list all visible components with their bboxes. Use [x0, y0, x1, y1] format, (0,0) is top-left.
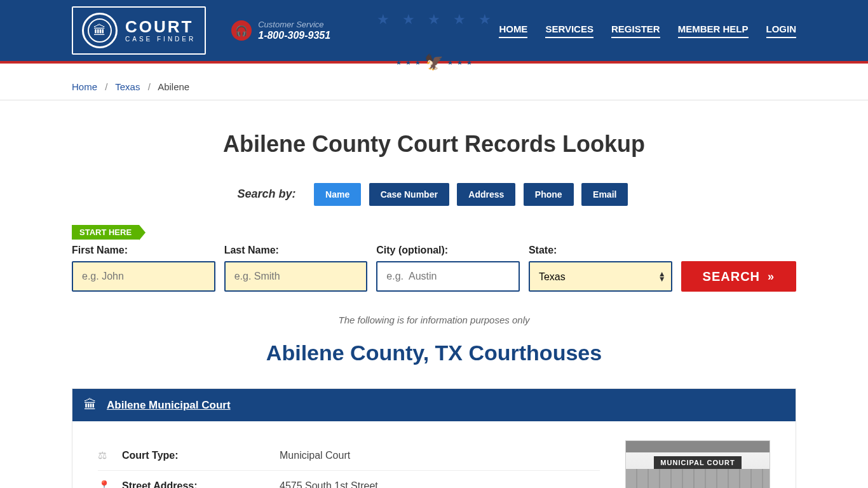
detail-row-type: ⚖ Court Type: Municipal Court: [98, 440, 600, 471]
star-icon: ★: [428, 11, 440, 28]
eagle-divider: ★ ★ ★ 🦅 ★ ★ ★: [0, 64, 868, 74]
detail-label: Street Address:: [122, 480, 268, 489]
building-sign-text: MUNICIPAL COURT: [654, 456, 741, 469]
star-icon: ★: [405, 59, 411, 66]
tab-phone[interactable]: Phone: [524, 183, 574, 206]
star-decoration: ★ ★ ★ ★ ★: [377, 11, 491, 28]
tab-case-number[interactable]: Case Number: [369, 183, 449, 206]
court-name-link[interactable]: Abilene Municipal Court: [107, 399, 231, 412]
court-image: MUNICIPAL COURT: [625, 440, 770, 488]
star-icon: ★: [447, 59, 453, 66]
search-button-label: SEARCH: [703, 269, 760, 284]
nav-register[interactable]: REGISTER: [611, 24, 660, 38]
star-icon: ★: [415, 59, 421, 66]
courthouses-title: Abilene County, TX Courthouses: [72, 341, 796, 365]
breadcrumb-current: Abilene: [158, 81, 189, 92]
city-input[interactable]: [376, 261, 520, 292]
detail-value: Municipal Court: [280, 450, 350, 461]
star-icon: ★: [478, 11, 491, 28]
page-title: Abilene County Court Records Lookup: [72, 131, 796, 158]
logo-seal-icon: 🏛: [82, 13, 118, 48]
nav-login[interactable]: LOGIN: [766, 24, 797, 38]
city-label: City (optional):: [376, 245, 520, 256]
headset-icon: 🎧: [231, 20, 252, 41]
nav-services[interactable]: SERVICES: [545, 24, 593, 38]
breadcrumb-separator: /: [105, 81, 107, 92]
logo-main-text: COURT: [125, 18, 196, 35]
detail-label: Court Type:: [122, 450, 268, 461]
main-nav: HOME SERVICES REGISTER MEMBER HELP LOGIN: [499, 24, 796, 38]
star-icon: ★: [402, 11, 415, 28]
star-icon: ★: [396, 59, 402, 66]
customer-service-box: 🎧 Customer Service 1-800-309-9351: [231, 20, 330, 42]
star-icon: ★: [466, 59, 472, 66]
eagle-icon: 🦅: [424, 53, 444, 71]
nav-home[interactable]: HOME: [499, 24, 527, 38]
search-by-label: Search by:: [238, 187, 296, 200]
first-name-label: First Name:: [72, 245, 215, 256]
cs-label: Customer Service: [258, 20, 330, 30]
tab-address[interactable]: Address: [457, 183, 515, 206]
pin-icon: 📍: [98, 480, 111, 488]
state-select[interactable]: Texas: [529, 261, 672, 292]
star-icon: ★: [453, 11, 466, 28]
detail-value: 4575 South 1st Street: [280, 480, 378, 489]
tab-name[interactable]: Name: [314, 183, 361, 206]
search-form: First Name: Last Name: City (optional): …: [72, 245, 796, 292]
court-details: ⚖ Court Type: Municipal Court 📍 Street A…: [98, 440, 600, 488]
first-name-input[interactable]: [72, 261, 215, 292]
chevron-right-icon: »: [768, 270, 775, 283]
star-icon: ★: [457, 59, 463, 66]
breadcrumb-separator: /: [148, 81, 151, 92]
site-logo[interactable]: 🏛 COURT CASE FINDER: [72, 6, 206, 55]
nav-member-help[interactable]: MEMBER HELP: [678, 24, 749, 38]
breadcrumb-home[interactable]: Home: [72, 81, 97, 92]
state-label: State:: [529, 245, 672, 256]
court-card: 🏛 Abilene Municipal Court ⚖ Court Type: …: [72, 388, 796, 488]
last-name-input[interactable]: [224, 261, 368, 292]
breadcrumb-state[interactable]: Texas: [115, 81, 140, 92]
tab-email[interactable]: Email: [581, 183, 628, 206]
cs-phone: 1-800-309-9351: [258, 29, 330, 41]
info-note: The following is for information purpose…: [72, 315, 796, 325]
breadcrumb: Home / Texas / Abilene: [0, 74, 868, 100]
search-by-tabs: Search by: Name Case Number Address Phon…: [72, 183, 796, 206]
star-icon: ★: [377, 11, 390, 28]
court-card-header: 🏛 Abilene Municipal Court: [72, 389, 796, 421]
search-button[interactable]: SEARCH »: [681, 261, 796, 292]
start-here-badge: START HERE: [72, 225, 139, 240]
courthouse-icon: 🏛: [84, 398, 97, 412]
detail-row-street: 📍 Street Address: 4575 South 1st Street: [98, 471, 600, 488]
gavel-icon: ⚖: [98, 449, 111, 461]
last-name-label: Last Name:: [224, 245, 368, 256]
logo-sub-text: CASE FINDER: [125, 36, 196, 43]
